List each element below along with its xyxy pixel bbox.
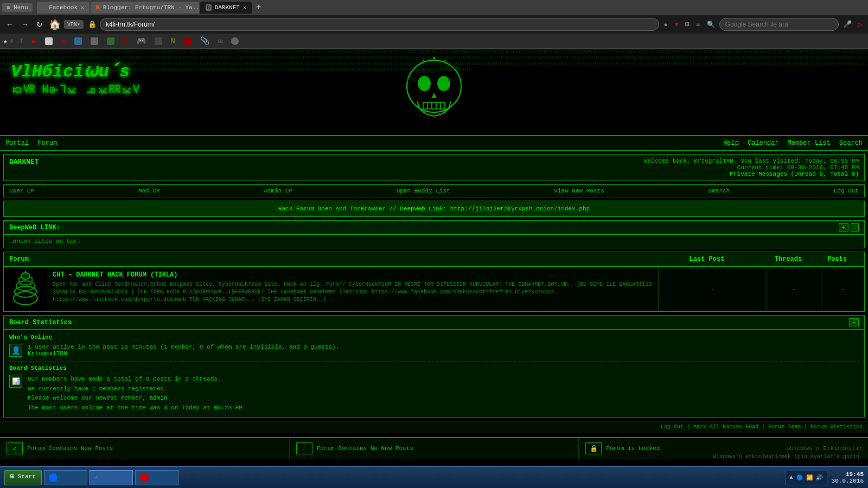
forum-row-title[interactable]: CHT - DARKNET HACK FORUM (TIKLA): [53, 271, 177, 279]
start-button[interactable]: ⊞ Start: [4, 470, 42, 485]
nav-menu-left: Portal Forum: [5, 139, 57, 147]
bookmark-item-8[interactable]: B: [120, 36, 131, 47]
deepweb-header: DeepWeB LİNK: + -: [4, 221, 864, 235]
taskbar-time-display: 19:45: [832, 471, 864, 478]
taskbar-right: ▲ 🔵 📶 🔊 19:45 30.9.2016: [785, 470, 864, 485]
legend-new-label: Forum Contains New Posts: [27, 445, 113, 452]
ctrl-admin-cp[interactable]: Admin CP: [264, 188, 292, 194]
nav-menu: Portal Forum Help Calendar Member List S…: [0, 136, 868, 151]
bookmark-item-9[interactable]: 🎮: [133, 35, 149, 47]
bookmark-item-13[interactable]: 📎: [197, 35, 213, 47]
tab-facebook-label: Facebook: [49, 4, 78, 11]
footer-links: Log Out | Mark All Forums Read | Forum T…: [0, 421, 868, 433]
ctrl-search[interactable]: Search: [708, 188, 730, 194]
svg-text:01010101: 01010101: [412, 69, 433, 74]
svg-point-1: [418, 76, 431, 91]
bookmark-item-7[interactable]: [104, 36, 118, 46]
new-tab-button[interactable]: +: [253, 3, 265, 12]
legend-new-posts: ✓ Forum Contains New Posts: [0, 438, 290, 459]
board-stats-title: Board Statistics: [9, 319, 72, 326]
bookmark-item-3[interactable]: [42, 36, 56, 46]
tab-facebook[interactable]: f Facebook ✕: [37, 2, 90, 14]
tray-icon-2: 🔵: [796, 474, 803, 481]
svg-marker-3: [431, 93, 437, 98]
site-name-display: DARKNET: [9, 158, 39, 166]
bookmarks-star[interactable]: ★: [3, 37, 8, 46]
tab-facebook-close[interactable]: ✕: [81, 4, 84, 11]
ctrl-mod-cp[interactable]: Mod CP: [138, 188, 160, 194]
online-row: 👤 1 user active in the past 15 minutes (…: [9, 344, 859, 357]
newest-member-link[interactable]: admin: [149, 395, 167, 401]
bookmark-youtube[interactable]: ▶: [29, 36, 40, 47]
nav-portal[interactable]: Portal: [5, 139, 29, 147]
legend-no-posts: ✓ Forum Contains No New Posts: [290, 438, 579, 459]
forum-table-header: Forum Last Post Threads Posts: [4, 252, 864, 267]
bookmark-item-6[interactable]: [87, 36, 101, 46]
bookmark-item-11[interactable]: N: [168, 36, 178, 47]
nav-calendar[interactable]: Calendar: [748, 139, 779, 147]
bookmark-item-10[interactable]: [151, 36, 165, 46]
taskbar-app3-icon: [140, 473, 149, 482]
forum-section: Forum Last Post Threads Posts: [3, 252, 865, 312]
deepweb-expand-btn[interactable]: +: [839, 223, 848, 232]
ctrl-new-posts[interactable]: View New Posts: [554, 188, 604, 194]
table-row: CHT - DARKNET HACK FORUM (TIKLA) Open To…: [4, 267, 864, 311]
taskbar-app-1[interactable]: [44, 470, 87, 485]
skull-image: 01010101 10101010 0101 1010: [396, 54, 472, 136]
url-input[interactable]: [100, 18, 659, 31]
ctrl-logout[interactable]: Log Out: [834, 188, 859, 194]
who-online-title[interactable]: Who's Online: [9, 334, 859, 341]
bookmark-item-15[interactable]: [228, 36, 242, 46]
taskbar: ⊞ Start ✓ ▲ 🔵 📶 🔊 19:45 30.9.2016: [0, 466, 868, 488]
footer-forum-team[interactable]: Forum Team: [768, 424, 801, 430]
deepweb-controls: + -: [839, 223, 859, 232]
ctrl-user-cp[interactable]: User CP: [9, 188, 34, 194]
nav-search[interactable]: Search: [839, 139, 863, 147]
taskbar-left: ⊞ Start ✓: [4, 470, 178, 485]
reload-button[interactable]: ↻: [34, 19, 46, 30]
board-stats-toggle[interactable]: +: [849, 318, 859, 326]
online-user-link[interactable]: KrtugralTRN: [28, 350, 67, 357]
browser-chrome: ≡ Menu f Facebook ✕ B Blogger: Ertugru/T…: [0, 0, 868, 49]
search-input[interactable]: [719, 18, 839, 31]
private-messages-link[interactable]: Private Messages (Unread 0, Total 0): [644, 171, 859, 177]
nav-bar: ← → ↻ 🏠 VPN▾ 🔒 ★ ♥ ⊞ ≡ 🔍 🎤 ▷: [0, 15, 868, 34]
windows-activation: Windows'u Etkinleştir Windows'u etkinleş…: [713, 444, 863, 461]
footer-mark-read[interactable]: Mark All Forums Read: [693, 424, 758, 430]
online-text: 1 user active in the past 15 minutes (1 …: [28, 344, 339, 357]
forum-row-info: CHT - DARKNET HACK FORUM (TIKLA) Open To…: [47, 267, 658, 311]
forward-button[interactable]: →: [18, 19, 31, 30]
site-subtitle: 𝈀𝈍𝈖 𝈌𝈁𝈕𝈎 𝈃𝈎𝈖𝈖𝈎𝈍: [11, 82, 138, 97]
taskbar-app-2[interactable]: ✓: [90, 470, 133, 485]
deepweb-body: .onion sites on tor.: [4, 235, 864, 248]
bookmark-add[interactable]: +: [10, 37, 14, 46]
nav-memberlist[interactable]: Member List: [788, 139, 831, 147]
taskbar-date-display: 30.9.2016: [832, 478, 864, 484]
svg-rect-4: [423, 102, 445, 109]
bookmark-item-5[interactable]: [71, 36, 85, 46]
tab-darknet-close[interactable]: ✕: [243, 4, 246, 11]
deepweb-collapse-btn[interactable]: -: [851, 223, 859, 232]
bookmark-item-12[interactable]: [181, 36, 195, 46]
bookmark-facebook[interactable]: f: [16, 37, 27, 46]
svg-text:0101: 0101: [407, 78, 416, 82]
banner: 0100110100101010100101001011010100101010…: [0, 49, 868, 136]
forum-row-icon: [4, 267, 47, 311]
board-stats-header: Board Statistics +: [4, 316, 864, 330]
nav-forum[interactable]: Forum: [37, 139, 57, 147]
bookmark-item-14[interactable]: ✉: [215, 35, 226, 47]
tab-darknet[interactable]: D DARKNET ✕: [200, 2, 252, 14]
ctrl-buddy-list[interactable]: Open Buddy List: [397, 188, 450, 194]
footer-logout[interactable]: Log Out: [661, 424, 684, 430]
nav-help[interactable]: Help: [723, 139, 739, 147]
activation-line2: Windows'u etkinleştirmek için Ayarlar'a …: [713, 453, 863, 461]
tab-blogger[interactable]: B Blogger: Ertugru/TRN - Ya... ✕: [91, 2, 199, 14]
menu-button[interactable]: ≡ Menu: [2, 3, 33, 12]
svg-point-20: [21, 273, 30, 279]
bookmark-item-4[interactable]: ◉: [58, 35, 69, 47]
back-button[interactable]: ←: [3, 19, 16, 30]
taskbar-app-3[interactable]: [135, 470, 178, 485]
taskbar-tray: ▲ 🔵 📶 🔊: [785, 470, 827, 485]
footer-forum-stats[interactable]: Forum Statistics: [810, 424, 863, 430]
svg-point-16: [14, 292, 37, 305]
